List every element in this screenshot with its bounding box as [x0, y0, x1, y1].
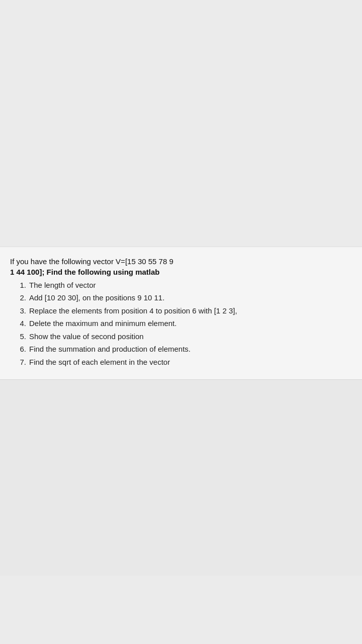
- task-item-5: 5.Show the value of second position: [15, 330, 352, 343]
- task-num-6: 6.: [15, 343, 26, 356]
- task-item-4: 4.Delete the maximum and minimum element…: [15, 317, 352, 330]
- task-text-5: Show the value of second position: [29, 330, 144, 343]
- task-num-2: 2.: [15, 291, 26, 304]
- task-text-3: Replace the elements from position 4 to …: [29, 304, 237, 317]
- task-text-6: Find the summation and production of ele…: [29, 343, 191, 356]
- task-num-1: 1.: [15, 279, 26, 292]
- task-item-2: 2.Add [10 20 30], on the positions 9 10 …: [15, 291, 352, 304]
- task-num-3: 3.: [15, 304, 26, 317]
- header-line-1: If you have the following vector V=[15 3…: [10, 256, 352, 268]
- task-item-7: 7.Find the sqrt of each element in the v…: [15, 356, 352, 369]
- task-num-4: 4.: [15, 317, 26, 330]
- header-line-2: 1 44 100]; Find the following using matl…: [10, 268, 352, 277]
- header-text-2: 1 44 100]; Find the following using matl…: [10, 268, 160, 276]
- task-text-4: Delete the maximum and minimum element.: [29, 317, 176, 330]
- task-item-1: 1.The length of vector: [15, 279, 352, 292]
- lower-section: [0, 379, 362, 576]
- task-text-1: The length of vector: [29, 279, 96, 292]
- header-text-1: If you have the following vector V=[15 3…: [10, 256, 173, 268]
- upper-section: [0, 0, 362, 247]
- task-item-6: 6.Find the summation and production of e…: [15, 343, 352, 356]
- content-card: If you have the following vector V=[15 3…: [0, 247, 362, 379]
- task-num-5: 5.: [15, 330, 26, 343]
- task-text-2: Add [10 20 30], on the positions 9 10 11…: [29, 291, 164, 304]
- task-text-7: Find the sqrt of each element in the vec…: [29, 356, 170, 369]
- task-list: 1.The length of vector2.Add [10 20 30], …: [10, 279, 352, 369]
- task-num-7: 7.: [15, 356, 26, 369]
- task-item-3: 3.Replace the elements from position 4 t…: [15, 304, 352, 317]
